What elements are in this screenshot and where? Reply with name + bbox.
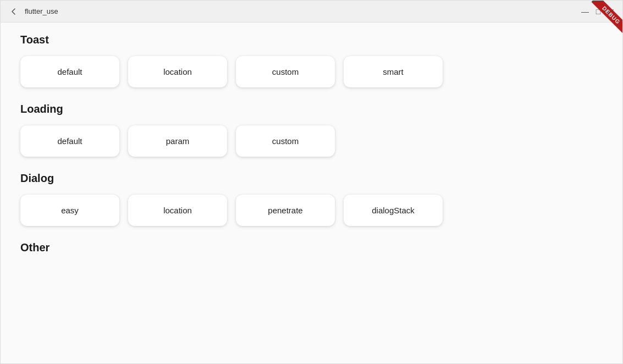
loading-button-row: default param custom — [20, 125, 603, 157]
loading-param-button[interactable]: param — [128, 125, 227, 157]
loading-custom-button[interactable]: custom — [236, 125, 335, 157]
loading-section-title: Loading — [20, 103, 603, 115]
other-section-title: Other — [20, 241, 603, 254]
loading-default-button[interactable]: default — [20, 125, 119, 157]
loading-section: Loading default param custom — [20, 103, 603, 157]
toast-button-row: default location custom smart — [20, 56, 603, 87]
toast-location-button[interactable]: location — [128, 56, 227, 87]
app-window: flutter_use — □ ✕ DEBUG Toast default lo… — [0, 0, 623, 364]
close-button[interactable]: ✕ — [607, 7, 616, 16]
toast-smart-button[interactable]: smart — [344, 56, 443, 87]
dialog-stack-button[interactable]: dialogStack — [344, 195, 443, 226]
minimize-button[interactable]: — — [581, 7, 589, 16]
dialog-location-button[interactable]: location — [128, 195, 227, 226]
maximize-button[interactable]: □ — [594, 7, 603, 16]
other-section: Other — [20, 241, 603, 264]
dialog-section: Dialog easy location penetrate dialogSta… — [20, 172, 603, 226]
dialog-penetrate-button[interactable]: penetrate — [236, 195, 335, 226]
window-title: flutter_use — [25, 7, 58, 15]
back-button[interactable] — [7, 5, 20, 18]
dialog-button-row: easy location penetrate dialogStack — [20, 195, 603, 226]
toast-section-title: Toast — [20, 34, 603, 46]
titlebar: flutter_use — □ ✕ — [1, 1, 622, 23]
dialog-easy-button[interactable]: easy — [20, 195, 119, 226]
main-content: Toast default location custom smart Load… — [1, 23, 622, 363]
dialog-section-title: Dialog — [20, 172, 603, 185]
toast-custom-button[interactable]: custom — [236, 56, 335, 87]
window-controls: — □ ✕ — [581, 7, 616, 16]
toast-section: Toast default location custom smart — [20, 34, 603, 87]
toast-default-button[interactable]: default — [20, 56, 119, 87]
